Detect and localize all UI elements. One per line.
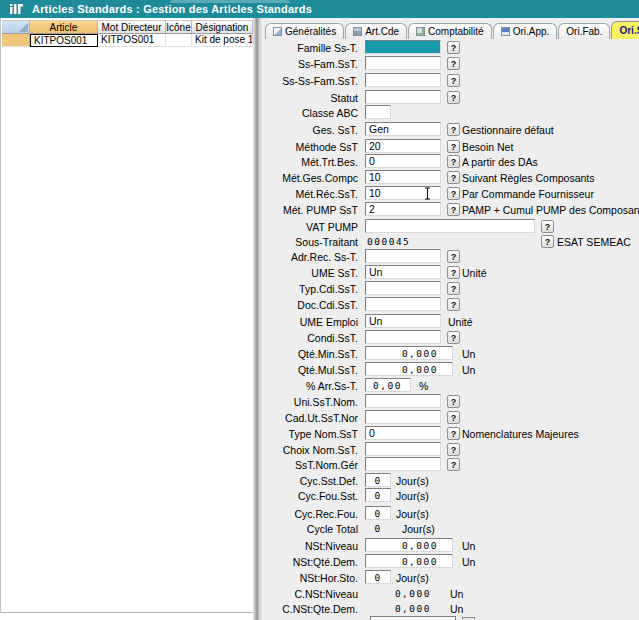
help-button[interactable]: ?	[447, 41, 460, 54]
condi-sst-input[interactable]	[365, 330, 441, 344]
ume-emploi-input[interactable]	[365, 314, 441, 328]
field-label: Classe ABC	[262, 107, 358, 119]
help-button[interactable]: ?	[447, 140, 460, 153]
form-row: Sous-Traitant 000045 ? ESAT SEMEAC	[262, 234, 639, 249]
ss-ss-fam-sst-input[interactable]	[365, 73, 441, 87]
adr-rec-sst-input[interactable]	[365, 249, 441, 263]
help-button[interactable]: ?	[447, 155, 460, 168]
unit-label: Jour(s)	[396, 475, 429, 487]
ss-fam-sst-input[interactable]	[365, 56, 441, 70]
column-header-designation[interactable]: Désignation	[192, 20, 253, 34]
qte-min-sst-input[interactable]	[365, 346, 453, 360]
tab-art-cde[interactable]: Art.Cde	[345, 23, 407, 39]
help-button[interactable]: ?	[447, 187, 460, 200]
help-button[interactable]: ?	[447, 171, 460, 184]
help-button[interactable]: ?	[447, 331, 460, 344]
cnst-niveau-value: 0,000	[365, 588, 431, 599]
doc-cdi-sst-input[interactable]	[365, 297, 441, 311]
help-button[interactable]: ?	[447, 443, 460, 456]
subcontracting-form-panel: Généralités Art.Cde Comptabilité Ori.App…	[262, 18, 639, 620]
help-button[interactable]: ?	[541, 220, 554, 233]
help-button[interactable]: ?	[447, 91, 460, 104]
mot-directeur-cell[interactable]: KITPOS001	[98, 34, 166, 47]
row-indicator-cell[interactable]	[2, 34, 30, 47]
form-row: Classe ABC	[262, 105, 639, 120]
nst-hor-sto-input[interactable]	[365, 570, 391, 584]
cyc-fou-sst-input[interactable]	[365, 488, 391, 502]
met-trt-bes-input[interactable]	[365, 154, 441, 168]
designation-cell[interactable]: Kit de pose 1	[192, 34, 253, 47]
help-button[interactable]: ?	[447, 458, 460, 471]
famille-sst-input[interactable]	[365, 40, 441, 54]
met-pump-sst-input[interactable]	[365, 202, 441, 216]
ume-sst-input[interactable]	[365, 265, 441, 279]
classe-abc-input[interactable]	[365, 105, 391, 119]
methode-sst-input[interactable]	[365, 139, 441, 153]
help-button[interactable]: ?	[447, 74, 460, 87]
nst-niveau-input[interactable]	[365, 538, 453, 552]
column-header-icone[interactable]: Icône	[166, 20, 192, 34]
help-button[interactable]: ?	[447, 123, 460, 136]
help-button[interactable]: ?	[447, 250, 460, 263]
help-button[interactable]: ?	[541, 235, 554, 248]
field-label: Mét.Ges.Compc	[262, 172, 358, 184]
nst-qte-dem-input[interactable]	[365, 554, 453, 568]
unit-label: Jour(s)	[396, 490, 429, 502]
form-row: Qté.Mul.SsT. Un	[262, 362, 639, 377]
tab-generalites[interactable]: Généralités	[265, 23, 344, 39]
type-nom-sst-input[interactable]	[365, 426, 441, 440]
text-cursor	[424, 187, 432, 202]
help-button[interactable]: ?	[447, 266, 460, 279]
typ-cdi-sst-input[interactable]	[365, 281, 441, 295]
field-label: SsT.Nom.Gér	[262, 459, 358, 471]
help-button[interactable]: ?	[447, 427, 460, 440]
select-all-corner[interactable]	[2, 20, 30, 34]
form-row: Ges. SsT. ? Gestionnaire défaut	[262, 122, 639, 137]
choix-nom-sst-input[interactable]	[365, 442, 441, 456]
form-row: Doc.Cdi.SsT. ?	[262, 297, 639, 312]
form-row: NSt:Qté.Dem. Un	[262, 554, 639, 569]
cad-ut-sst-nor-input[interactable]	[365, 410, 441, 424]
form-row: Cyc.Fou.Sst. Jour(s)	[262, 488, 639, 503]
field-description: A partir des DAs	[462, 156, 538, 168]
form-row: Adr.Rec. Ss-T. ?	[262, 249, 639, 264]
cyc-sst-def-input[interactable]	[365, 473, 391, 487]
column-header-mot-directeur[interactable]: Mot Directeur	[98, 20, 166, 34]
tab-ori-sst-active[interactable]: Ori.SsT.	[611, 21, 639, 39]
clipped-input[interactable]	[370, 616, 456, 620]
statut-input[interactable]	[365, 90, 441, 104]
cyc-rec-fou-input[interactable]	[365, 506, 391, 520]
uni-sst-nom-input[interactable]	[365, 394, 441, 408]
sst-nom-ger-input[interactable]	[365, 457, 441, 471]
tab-label: Généralités	[285, 26, 336, 37]
icone-cell[interactable]	[166, 34, 192, 47]
column-header-article[interactable]: Article	[30, 20, 98, 34]
pct-arr-sst-input[interactable]	[365, 378, 411, 392]
help-button[interactable]: ?	[447, 298, 460, 311]
vat-pump-input[interactable]	[365, 219, 535, 233]
help-button[interactable]: ?	[447, 282, 460, 295]
help-button[interactable]: ?	[447, 395, 460, 408]
tab-ori-app[interactable]: Ori.App.	[493, 23, 558, 39]
help-button[interactable]: ?	[447, 411, 460, 424]
help-button[interactable]: ?	[447, 203, 460, 216]
form-row: Typ.Cdi.SsT. ?	[262, 281, 639, 296]
table-row: KITPOS001 KITPOS001 Kit de pose 1	[2, 34, 253, 47]
articles-table: Article Mot Directeur Icône Désignation …	[2, 20, 253, 47]
cnst-qte-dem-value: 0,000	[365, 603, 431, 614]
field-label: Qté.Min.SsT.	[262, 348, 358, 360]
tab-comptabilite[interactable]: Comptabilité	[408, 23, 492, 39]
met-ges-compc-input[interactable]	[365, 170, 441, 184]
field-label: NSt:Hor.Sto.	[262, 572, 358, 584]
help-button[interactable]: ?	[447, 57, 460, 70]
article-cell-selected[interactable]: KITPOS001	[30, 34, 98, 47]
field-description: Par Commande Fournisseur	[462, 188, 594, 200]
field-label: UME SsT.	[262, 267, 358, 279]
tab-bar: Généralités Art.Cde Comptabilité Ori.App…	[265, 22, 639, 39]
panel-splitter[interactable]	[253, 18, 262, 620]
form-row: C.NSt:Niveau 0,000 Un	[262, 586, 639, 601]
form-row: Cyc.Sst.Def. Jour(s)	[262, 473, 639, 488]
tab-ori-fab[interactable]: Ori.Fab.	[558, 23, 610, 39]
ges-sst-input[interactable]	[365, 122, 441, 136]
qte-mul-sst-input[interactable]	[365, 362, 453, 376]
